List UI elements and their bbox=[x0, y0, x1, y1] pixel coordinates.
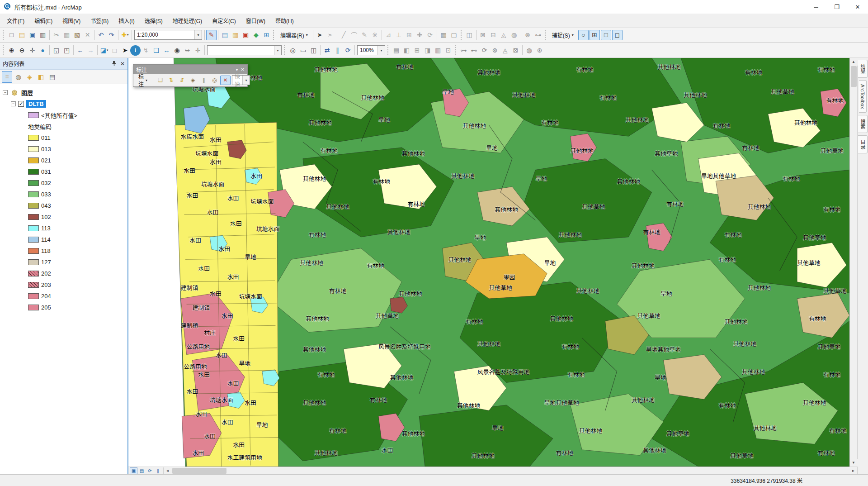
toolbar-grip[interactable] bbox=[284, 45, 286, 55]
topology-edit-icon[interactable]: ◫ bbox=[464, 30, 475, 40]
minimize-button[interactable]: ─ bbox=[806, 0, 826, 14]
close-button[interactable]: ✕ bbox=[847, 0, 868, 14]
representation-icon[interactable]: ◍ bbox=[524, 45, 534, 56]
cut-polygons-icon[interactable]: ⊞ bbox=[404, 30, 415, 40]
legend-item-203[interactable]: 203 bbox=[0, 279, 127, 291]
trace-icon[interactable]: ✎ bbox=[359, 30, 370, 40]
menu-item-视图V[interactable]: 视图(V) bbox=[57, 14, 85, 27]
label-priority-ranking-icon[interactable]: ⇅ bbox=[166, 76, 176, 85]
clear-selection-icon[interactable]: ◻ bbox=[109, 45, 120, 56]
other-values-swatch[interactable] bbox=[28, 112, 39, 118]
list-by-selection-icon[interactable]: ◧ bbox=[36, 71, 46, 83]
pin-icon[interactable] bbox=[112, 61, 117, 67]
menu-item-帮助H[interactable]: 帮助(H) bbox=[270, 14, 299, 27]
overview-window-icon[interactable]: ◫ bbox=[308, 45, 319, 56]
select-features-icon[interactable]: ◪▾ bbox=[99, 45, 109, 56]
guides-icon[interactable]: ◨ bbox=[422, 45, 433, 56]
shared-features-icon[interactable]: ⊛ bbox=[523, 30, 533, 40]
legend-swatch-033[interactable] bbox=[28, 191, 39, 197]
layout-view-button[interactable]: ▤ bbox=[138, 467, 146, 474]
pause-drawing-button[interactable]: ∥ bbox=[154, 467, 162, 474]
measure-icon[interactable]: ↔ bbox=[161, 45, 172, 56]
rotate-raster-icon[interactable]: ⟳ bbox=[479, 45, 490, 56]
label-toolbar-close-icon[interactable]: ✕ bbox=[241, 67, 245, 72]
layer-name[interactable]: DLTB bbox=[26, 100, 46, 108]
legend-item-033[interactable]: 033 bbox=[0, 189, 127, 200]
map-scale-combo[interactable]: 1:20,000▾ bbox=[134, 30, 202, 40]
legend-swatch-032[interactable] bbox=[28, 180, 39, 186]
go-back-extent-icon[interactable]: ← bbox=[75, 45, 85, 56]
reshape-feature-icon[interactable]: ⊥ bbox=[394, 30, 404, 40]
menu-item-地理处理G[interactable]: 地理处理(G) bbox=[168, 14, 207, 27]
legend-swatch-202[interactable] bbox=[28, 271, 39, 276]
zoom-in-icon[interactable]: ⊕ bbox=[6, 45, 17, 56]
legend-item-114[interactable]: 114 bbox=[0, 234, 127, 245]
toolbar-grip[interactable] bbox=[3, 30, 5, 40]
dock-tab-results[interactable]: 结果 bbox=[858, 60, 868, 78]
edit-tool-icon[interactable]: ➤ bbox=[315, 30, 325, 40]
lock-labels-icon[interactable]: ◈ bbox=[188, 76, 198, 85]
pan-icon[interactable]: ✛ bbox=[27, 45, 38, 56]
label-manager-icon[interactable]: ❏ bbox=[155, 76, 165, 85]
legend-swatch-127[interactable] bbox=[28, 259, 39, 265]
legend-item-205[interactable]: 205 bbox=[0, 302, 127, 313]
editor-sketch-icon[interactable]: ✎ bbox=[206, 30, 217, 40]
scroll-left-icon[interactable]: ◄ bbox=[164, 467, 171, 475]
margins-icon[interactable]: ▥ bbox=[433, 45, 443, 56]
point-snapping-icon[interactable]: ○ bbox=[578, 30, 589, 40]
layer-row[interactable]: − ✓ DLTB bbox=[0, 98, 127, 110]
legend-swatch-102[interactable] bbox=[28, 214, 39, 220]
scroll-right-icon[interactable]: ► bbox=[849, 467, 857, 475]
select-elements-icon[interactable]: ➤ bbox=[120, 45, 130, 56]
toolbar-grip[interactable] bbox=[545, 30, 547, 40]
undo-icon[interactable]: ↶ bbox=[96, 30, 106, 40]
dock-tab-arctoolbox[interactable]: ArcToolbox bbox=[859, 80, 867, 113]
vertical-scroll-thumb[interactable] bbox=[851, 66, 857, 87]
snapping-menu-button[interactable]: 捕捉(S)▾ bbox=[548, 29, 577, 41]
quick-label-combo[interactable]: 快速▾ bbox=[232, 75, 250, 85]
refresh-view-icon[interactable]: ⟳ bbox=[343, 45, 353, 56]
catalog-window-icon[interactable]: ▦ bbox=[230, 30, 241, 40]
dock-tab-catalog[interactable]: 目录 bbox=[858, 135, 868, 153]
view-unplaced-labels-icon[interactable]: ◎ bbox=[209, 76, 220, 85]
cut-icon[interactable]: ✂ bbox=[51, 30, 61, 40]
fix-error-icon[interactable]: ◬ bbox=[499, 30, 509, 40]
legend-item-202[interactable]: 202 bbox=[0, 268, 127, 279]
sketch-properties-icon[interactable]: ▢ bbox=[449, 30, 459, 40]
legend-swatch-013[interactable] bbox=[28, 146, 39, 152]
error-inspector-icon[interactable]: ◍ bbox=[509, 30, 519, 40]
point-icon[interactable]: ※ bbox=[370, 30, 380, 40]
horizontal-scroll-thumb[interactable] bbox=[172, 468, 226, 474]
list-by-drawing-order-icon[interactable]: ≡ bbox=[2, 71, 12, 83]
legend-item-011[interactable]: 011 bbox=[0, 132, 127, 143]
legend-item-113[interactable]: 113 bbox=[0, 223, 127, 234]
model-builder-icon[interactable]: ◆ bbox=[251, 30, 261, 40]
toolbox-window-icon[interactable]: ▣ bbox=[241, 30, 251, 40]
dock-tab-search[interactable]: 搜索 bbox=[858, 115, 868, 133]
layers-group-row[interactable]: − 图层 bbox=[0, 87, 127, 98]
legend-swatch-021[interactable] bbox=[28, 157, 39, 163]
legend-swatch-205[interactable] bbox=[28, 305, 39, 310]
georeferencing-icon[interactable]: ⊶ bbox=[458, 45, 469, 56]
vertex-snapping-icon[interactable]: □ bbox=[601, 30, 611, 40]
grid-icon[interactable]: ⊞ bbox=[412, 45, 422, 56]
layer-visibility-checkbox[interactable]: ✓ bbox=[18, 101, 24, 107]
endpoint-arc-icon[interactable]: ⌒ bbox=[349, 30, 359, 40]
legend-item-031[interactable]: 031 bbox=[0, 166, 127, 177]
attributes-icon[interactable]: ▦ bbox=[439, 30, 449, 40]
menu-item-编辑E[interactable]: 编辑(E) bbox=[29, 14, 57, 27]
delete-icon[interactable]: ✕ bbox=[82, 30, 93, 40]
table-of-contents-icon[interactable]: ▤ bbox=[220, 30, 230, 40]
horizontal-scrollbar[interactable]: ▣ ▤ ⟳ ∥ ◄ ► bbox=[128, 467, 857, 474]
go-to-xy-icon[interactable]: ✛ bbox=[193, 45, 203, 56]
generalize-icon[interactable]: ⊶ bbox=[533, 30, 543, 40]
map-topology-icon[interactable]: ⊠ bbox=[478, 30, 488, 40]
print-icon[interactable]: ▥ bbox=[38, 30, 48, 40]
legend-item-043[interactable]: 043 bbox=[0, 200, 127, 211]
new-document-icon[interactable]: □ bbox=[6, 30, 17, 40]
pause-labeling-icon[interactable]: ∥ bbox=[198, 76, 209, 85]
land-use-map[interactable]: 坑塘水面有林地水库水面水田坑塘水面水田水田水田坑塘水面水田水田坑塘水面水田水田坑… bbox=[128, 58, 849, 467]
toc-close-icon[interactable]: ✕ bbox=[120, 61, 125, 67]
pause-drawing-icon[interactable]: ∥ bbox=[332, 45, 343, 56]
edit-vertices-icon[interactable]: ⊿ bbox=[383, 30, 394, 40]
